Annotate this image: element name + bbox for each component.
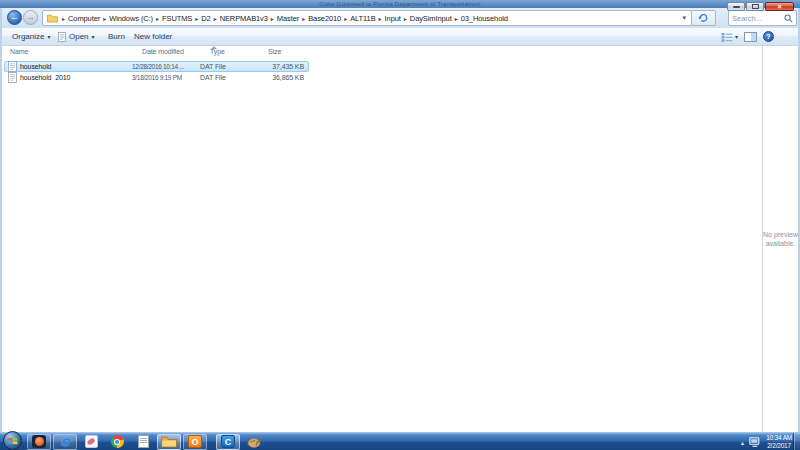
clock-time: 10:34 AM: [766, 434, 792, 442]
file-list-area: Name Date modified Type Size household 1…: [2, 46, 798, 432]
refresh-icon: [698, 13, 709, 23]
taskbar-internet-explorer-button[interactable]: e: [53, 434, 77, 450]
view-controls: ▾ ?: [721, 31, 774, 42]
back-button[interactable]: ←: [7, 10, 22, 25]
taskbar-chrome-button[interactable]: [105, 434, 129, 450]
minimize-button[interactable]: [727, 2, 745, 11]
forward-button[interactable]: →: [23, 10, 38, 25]
column-header-date-modified[interactable]: Date modified: [142, 48, 184, 60]
file-name: household: [20, 63, 132, 70]
chevron-right-icon[interactable]: ▸: [101, 15, 108, 22]
refresh-button[interactable]: [692, 10, 716, 26]
chevron-right-icon[interactable]: ▸: [402, 15, 409, 22]
dat-file-icon: [8, 72, 17, 83]
no-preview-line1: No preview: [763, 230, 798, 239]
forward-arrow-icon: →: [26, 10, 35, 25]
show-hidden-icons-button[interactable]: ▴: [741, 439, 744, 446]
clock-date: 2/2/2017: [766, 442, 792, 450]
breadcrumb-item[interactable]: Computer: [67, 14, 101, 23]
burn-label: Burn: [108, 32, 125, 41]
network-icon[interactable]: [749, 437, 761, 447]
taskbar-clock[interactable]: 10:34 AM 2/2/2017: [766, 434, 792, 450]
back-arrow-icon: ←: [10, 10, 19, 25]
taskbar-explorer-button[interactable]: [157, 434, 181, 450]
chevron-down-icon: ▾: [47, 33, 50, 40]
breadcrumb-item[interactable]: Master: [276, 14, 300, 23]
chevron-right-icon[interactable]: ▸: [212, 15, 219, 22]
file-row-household-2010[interactable]: household_2010 3/18/2016 9:19 PM DAT Fil…: [4, 72, 309, 83]
taskbar-media-player-button[interactable]: [27, 434, 51, 450]
taskbar-notepad-button[interactable]: [131, 434, 155, 450]
close-icon: ×: [777, 3, 782, 10]
change-view-button[interactable]: ▾: [721, 32, 738, 42]
chevron-right-icon[interactable]: ▸: [154, 15, 161, 22]
search-input[interactable]: [732, 14, 784, 23]
maximize-button[interactable]: [746, 2, 764, 11]
open-button[interactable]: Open ▾: [55, 28, 98, 45]
new-folder-button[interactable]: New folder: [131, 28, 175, 45]
breadcrumb-item[interactable]: Windows (C:): [108, 14, 154, 23]
folder-icon: [161, 436, 177, 448]
minimize-icon: [733, 6, 740, 8]
windows-logo-icon: [7, 436, 18, 446]
file-date-modified: 12/28/2016 10:14 ...: [132, 63, 200, 70]
breadcrumb-item[interactable]: ALT11B: [349, 14, 376, 23]
breadcrumb-item[interactable]: FSUTMS: [161, 14, 193, 23]
taskbar-outlook-button[interactable]: O: [183, 434, 207, 450]
file-type: DAT File: [200, 63, 250, 70]
breadcrumb-item[interactable]: Base2010: [307, 14, 342, 23]
burn-button[interactable]: Burn: [105, 28, 128, 45]
file-date-modified: 3/18/2016 9:19 PM: [132, 74, 200, 81]
window-controls: ×: [727, 2, 794, 11]
search-icon: [784, 14, 793, 23]
background-window-titlebar: Cube (Licensed to Florida Department of …: [0, 0, 800, 8]
paint-icon: [247, 436, 262, 448]
chevron-right-icon[interactable]: ▸: [342, 15, 349, 22]
address-dropdown-icon[interactable]: ▾: [679, 14, 689, 22]
chevron-right-icon[interactable]: ▸: [377, 15, 384, 22]
snipping-tool-icon: [85, 435, 98, 448]
file-row-household[interactable]: household 12/28/2016 10:14 ... DAT File …: [4, 61, 309, 72]
taskbar-paint-button[interactable]: [242, 434, 266, 450]
help-button[interactable]: ?: [763, 31, 774, 42]
no-preview-line2: available.: [763, 239, 798, 248]
file-icon: [58, 32, 66, 42]
chevron-right-icon[interactable]: ▸: [269, 15, 276, 22]
chrome-icon: [111, 435, 124, 448]
notepad-icon: [138, 435, 149, 448]
breadcrumb-item[interactable]: D2: [200, 14, 211, 23]
search-box: [728, 10, 797, 26]
breadcrumb-item-current[interactable]: 03_Household: [460, 14, 509, 23]
system-tray: ▴ 10:34 AM 2/2/2017: [741, 433, 792, 450]
taskbar-snipping-tool-button[interactable]: [79, 434, 103, 450]
preview-pane-toggle-button[interactable]: [744, 32, 757, 42]
media-player-icon: [32, 435, 46, 448]
close-button[interactable]: ×: [765, 2, 794, 11]
column-header-type[interactable]: Type: [210, 48, 225, 60]
column-header-size[interactable]: Size: [268, 48, 281, 60]
breadcrumb-item[interactable]: NERPMAB1v3: [219, 14, 269, 23]
address-bar-row: ← → ▸ Computer ▸ Windows (C:) ▸ FSUTMS ▸…: [2, 8, 798, 28]
help-icon: ?: [766, 33, 770, 40]
chevron-right-icon[interactable]: ▸: [453, 15, 460, 22]
breadcrumb-item[interactable]: Input: [384, 14, 402, 23]
column-header-name[interactable]: Name: [10, 48, 28, 60]
cube-icon: C: [221, 435, 235, 448]
start-button[interactable]: [3, 431, 22, 450]
chevron-right-icon[interactable]: ▸: [300, 15, 307, 22]
breadcrumb-item[interactable]: DaySimInput: [409, 14, 453, 23]
taskbar-cube-button[interactable]: C: [216, 434, 240, 450]
desktop: Cube (Licensed to Florida Department of …: [0, 0, 800, 450]
chevron-right-icon[interactable]: ▸: [60, 15, 67, 22]
organize-button[interactable]: Organize ▾: [9, 28, 53, 45]
organize-label: Organize: [12, 32, 44, 41]
taskbar: e O C ▴ 10:34 AM 2/2/2017: [0, 432, 800, 450]
no-preview-message: No preview available.: [763, 230, 798, 248]
dat-file-icon: [8, 61, 17, 72]
new-folder-label: New folder: [134, 32, 172, 41]
chevron-right-icon[interactable]: ▸: [193, 15, 200, 22]
show-desktop-button[interactable]: [793, 433, 800, 450]
explorer-window: ← → ▸ Computer ▸ Windows (C:) ▸ FSUTMS ▸…: [0, 8, 800, 432]
address-bar[interactable]: ▸ Computer ▸ Windows (C:) ▸ FSUTMS ▸ D2 …: [42, 10, 692, 26]
folder-icon: [47, 10, 58, 26]
